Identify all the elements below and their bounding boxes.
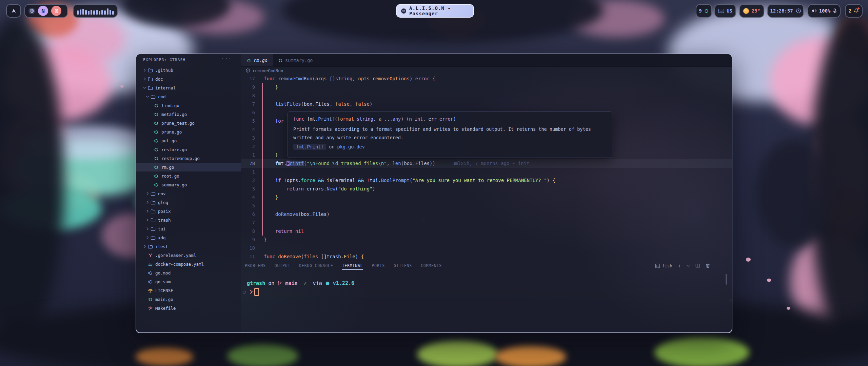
panel-tab-output[interactable]: OUTPUT (275, 260, 290, 271)
tree-item-trash[interactable]: trash (136, 216, 241, 224)
code-editor[interactable]: 17func removeCmdRun(args []string, opts … (241, 75, 732, 260)
panel-tab-terminal[interactable]: TERMINAL (342, 260, 363, 271)
tooltip-link-prefix: on (329, 144, 334, 149)
terminal-scrollbar[interactable] (726, 274, 727, 285)
tree-item-go.mod[interactable]: go.mod (136, 268, 241, 277)
code-line[interactable]: 3 return errors.New("do nothing") (241, 185, 732, 193)
code-line[interactable]: 10 (241, 244, 732, 252)
tree-item-root.go[interactable]: root.go (136, 171, 241, 180)
launcher-button[interactable] (6, 4, 21, 18)
visualizer-bars (77, 7, 114, 15)
tree-item-doc[interactable]: doc (136, 75, 241, 83)
tree-item-label: tui (158, 226, 166, 231)
tree-item-.goreleaser.yaml[interactable]: .goreleaser.yaml (136, 251, 241, 260)
code-line[interactable]: 8 (241, 92, 732, 100)
notes-doc-icon[interactable] (51, 6, 61, 16)
audio-widget[interactable]: 100% (808, 4, 841, 18)
tree-item-env[interactable]: env (136, 189, 241, 198)
tree-item-LICENSE[interactable]: LICENSE (136, 286, 241, 295)
new-terminal-button[interactable]: + (678, 263, 681, 269)
tree-item-.github[interactable]: .github (136, 66, 241, 75)
notion-n-icon[interactable]: N (38, 6, 48, 16)
line-number: 4 (241, 125, 255, 134)
weather-temp: 29° (752, 8, 760, 14)
explorer-more-button[interactable]: ··· (221, 56, 232, 62)
code-line[interactable]: 1 (241, 168, 732, 176)
breadcrumb[interactable]: removeCmdRun (241, 66, 732, 75)
tree-item-label: restoreGroup.go (161, 156, 200, 161)
kill-terminal-icon[interactable] (706, 263, 710, 268)
tree-item-posix[interactable]: posix (136, 207, 241, 216)
tree-item-internal[interactable]: internal (136, 83, 241, 92)
code-line[interactable]: 17func removeCmdRun(args []string, opts … (241, 75, 732, 83)
tree-item-label: trash (158, 218, 171, 223)
globe-icon[interactable] (28, 8, 35, 14)
weather-widget[interactable]: 29° (739, 4, 764, 18)
tree-item-cmd[interactable]: cmd (136, 92, 241, 101)
tab-summary.go[interactable]: summary.go (272, 54, 318, 66)
code-line[interactable]: 2 if !opts.force && isTerminal && !tui.B… (241, 176, 732, 185)
visualizer-bar (107, 8, 108, 15)
now-playing-widget[interactable]: A.L.I.S.O.N - Passenger (396, 4, 474, 18)
tree-item-glog[interactable]: glog (136, 198, 241, 207)
tree-item-itest[interactable]: itest (136, 242, 241, 251)
chevron-down-icon[interactable] (686, 264, 690, 268)
notifications-widget[interactable]: 2 (845, 4, 863, 18)
code-line[interactable]: 6 doRemove(box.Files) (241, 210, 732, 219)
panel-tab-ports[interactable]: PORTS (372, 260, 385, 271)
chev-right-icon (145, 218, 150, 222)
code-line[interactable]: 7 listFiles(box.Files, false, false) (241, 100, 732, 108)
tree-item-prune.go[interactable]: prune.go (136, 127, 241, 136)
clock-widget[interactable]: 12:28:57 (767, 4, 804, 18)
tree-item-xdg[interactable]: xdg (136, 233, 241, 242)
tree-item-metafix.go[interactable]: metafix.go (136, 110, 241, 119)
tree-item-go.sum[interactable]: go.sum (136, 277, 241, 286)
visualizer-bar (101, 10, 103, 15)
code-line[interactable]: 4 } (241, 193, 732, 202)
code-text: return errors.New("do nothing") (264, 185, 375, 193)
tree-item-rm.go[interactable]: rm.go (136, 163, 241, 171)
audio-visualizer[interactable] (73, 4, 118, 18)
tree-item-restore.go[interactable]: restore.go (136, 145, 241, 154)
terminal[interactable]: gtrash on main ✓ via v1.22.6○ (241, 271, 732, 332)
go-icon (246, 58, 251, 63)
split-terminal-icon[interactable] (695, 263, 700, 268)
chev-right-icon (145, 200, 150, 204)
code-line[interactable]: 5 (241, 202, 732, 210)
code-line[interactable]: 9 } (241, 83, 732, 92)
panel-tab-problems[interactable]: PROBLEMS (245, 260, 266, 271)
indent-guide (277, 125, 277, 151)
tree-item-summary.go[interactable]: summary.go (136, 180, 241, 189)
visualizer-bar (77, 11, 79, 15)
code-text: for (264, 117, 284, 125)
visualizer-bar (96, 10, 98, 15)
tree-item-label: cmd (158, 94, 166, 99)
tree-item-docker-compose.yaml[interactable]: docker-compose.yaml (136, 260, 241, 268)
tree-indent-guide (147, 102, 147, 189)
code-text: fmt.Printf("\nFound %d trashed files\n",… (264, 159, 529, 168)
tree-item-Makefile[interactable]: Makefile (136, 304, 241, 312)
panel-tab-gitlens[interactable]: GITLENS (394, 260, 412, 271)
go-icon (154, 147, 159, 152)
panel-more-button[interactable]: ··· (715, 263, 724, 268)
code-line[interactable]: 8 return nil (241, 227, 732, 236)
tree-item-put.go[interactable]: put.go (136, 136, 241, 145)
hover-tooltip: func fmt.Printf(format string, a ...any)… (288, 111, 612, 158)
panel-tab-comments[interactable]: COMMENTS (421, 260, 442, 271)
tooltip-symbol-chip[interactable]: fmt.Printf (293, 144, 326, 150)
tree-item-tui[interactable]: tui (136, 224, 241, 233)
tree-item-restoreGroup.go[interactable]: restoreGroup.go (136, 154, 241, 163)
tree-item-main.go[interactable]: main.go (136, 295, 241, 304)
line-number: 4 (241, 193, 255, 202)
tab-rm.go[interactable]: rm.go (241, 54, 273, 66)
code-line[interactable]: 7 (241, 219, 732, 227)
panel-tab-debug-console[interactable]: DEBUG CONSOLE (299, 260, 333, 271)
keyboard-layout-widget[interactable]: US (714, 4, 736, 18)
tree-item-prune_test.go[interactable]: prune_test.go (136, 119, 241, 127)
terminal-profile[interactable]: fish (655, 263, 672, 268)
code-line[interactable]: 78 fmt.Printf("\nFound %d trashed files\… (241, 159, 732, 168)
tree-item-find.go[interactable]: find.go (136, 101, 241, 110)
tooltip-doc-link[interactable]: pkg.go.dev (337, 144, 365, 149)
code-line[interactable]: 9} (241, 236, 732, 244)
updates-widget[interactable]: 9 (696, 4, 712, 18)
